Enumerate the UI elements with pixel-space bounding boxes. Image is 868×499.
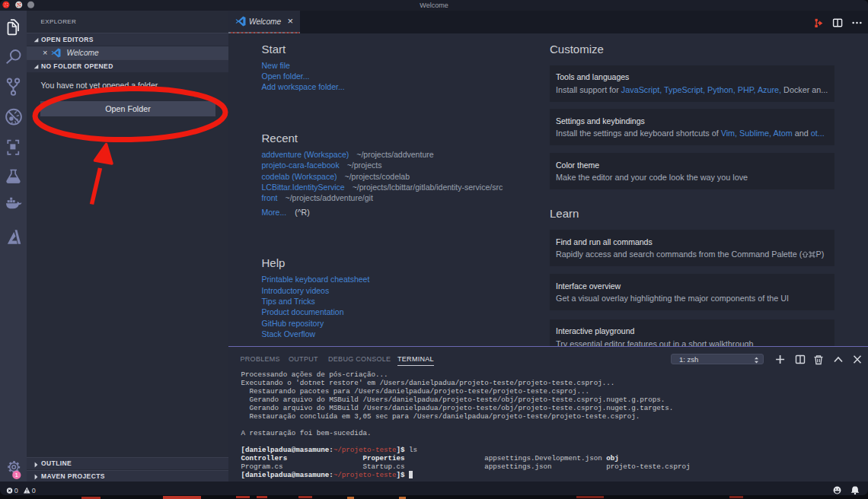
svg-text:1: 1 xyxy=(15,472,19,478)
svg-text:0: 0 xyxy=(32,487,36,494)
svg-text:0: 0 xyxy=(14,487,18,494)
